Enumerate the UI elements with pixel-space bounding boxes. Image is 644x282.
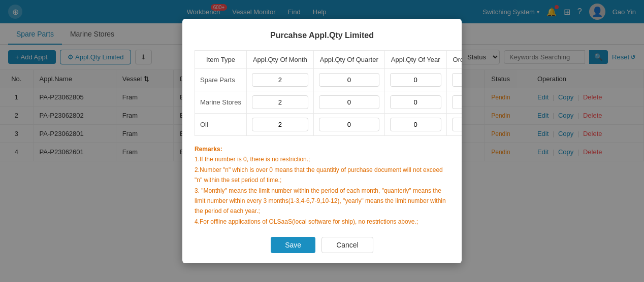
- modal-cell-quarter: [313, 113, 384, 135]
- modal-col-orders: Orders To Be Accepted: [446, 50, 462, 68]
- modal-cell-type: Spare Parts: [195, 68, 247, 91]
- modal-cell-quarter: [313, 68, 384, 91]
- quarter-input[interactable]: [319, 95, 379, 109]
- modal-col-item-type: Item Type: [195, 50, 247, 68]
- modal-table-row: Spare Parts: [195, 68, 462, 91]
- modal-header-row: Item Type Appl.Qty Of Month Appl.Qty Of …: [195, 50, 462, 68]
- month-input[interactable]: [252, 73, 308, 87]
- modal-col-month: Appl.Qty Of Month: [246, 50, 313, 68]
- remarks-line: 2.Number "n" which is over 0 means that …: [195, 166, 443, 184]
- modal-cell-year: [384, 91, 446, 113]
- modal-footer: Save Cancel: [195, 237, 449, 253]
- modal-col-quarter: Appl.Qty Of Quarter: [313, 50, 384, 68]
- orders-input[interactable]: [452, 73, 462, 87]
- month-input[interactable]: [252, 118, 308, 131]
- modal-col-year: Appl.Qty Of Year: [384, 50, 446, 68]
- year-input[interactable]: [390, 73, 441, 87]
- remarks-section: Remarks: 1.If the number is 0, there is …: [195, 144, 449, 227]
- modal-cell-type: Marine Stores: [195, 91, 247, 113]
- cancel-button[interactable]: Cancel: [321, 237, 373, 253]
- modal-cell-year: [384, 113, 446, 135]
- modal-table-row: Marine Stores: [195, 91, 462, 113]
- modal-cell-orders: [446, 68, 462, 91]
- modal-cell-year: [384, 68, 446, 91]
- modal-dialog: Purcahse Appl.Qty Limited Item Type Appl…: [182, 19, 462, 263]
- orders-input[interactable]: [452, 95, 462, 109]
- modal-title: Purcahse Appl.Qty Limited: [195, 31, 449, 40]
- modal-cell-type: Oil: [195, 113, 247, 135]
- month-input[interactable]: [252, 95, 308, 109]
- modal-table: Item Type Appl.Qty Of Month Appl.Qty Of …: [195, 50, 462, 136]
- year-input[interactable]: [390, 118, 441, 131]
- modal-cell-quarter: [313, 91, 384, 113]
- modal-cell-orders: [446, 113, 462, 135]
- remarks-line: 4.For offline applications of OLSaaS(loc…: [195, 218, 418, 225]
- remarks-line: 1.If the number is 0, there is no restri…: [195, 156, 310, 163]
- quarter-input[interactable]: [319, 118, 379, 131]
- orders-input[interactable]: [452, 118, 462, 131]
- modal-overlay: Purcahse Appl.Qty Limited Item Type Appl…: [0, 0, 644, 282]
- remarks-title: Remarks:: [195, 146, 222, 153]
- modal-cell-orders: [446, 91, 462, 113]
- remarks-line: 3. "Monthly" means the limit number with…: [195, 187, 446, 215]
- quarter-input[interactable]: [319, 73, 379, 87]
- modal-table-row: Oil: [195, 113, 462, 135]
- modal-cell-month: [246, 68, 313, 91]
- year-input[interactable]: [390, 95, 441, 109]
- save-button[interactable]: Save: [271, 237, 315, 253]
- modal-cell-month: [246, 91, 313, 113]
- modal-cell-month: [246, 113, 313, 135]
